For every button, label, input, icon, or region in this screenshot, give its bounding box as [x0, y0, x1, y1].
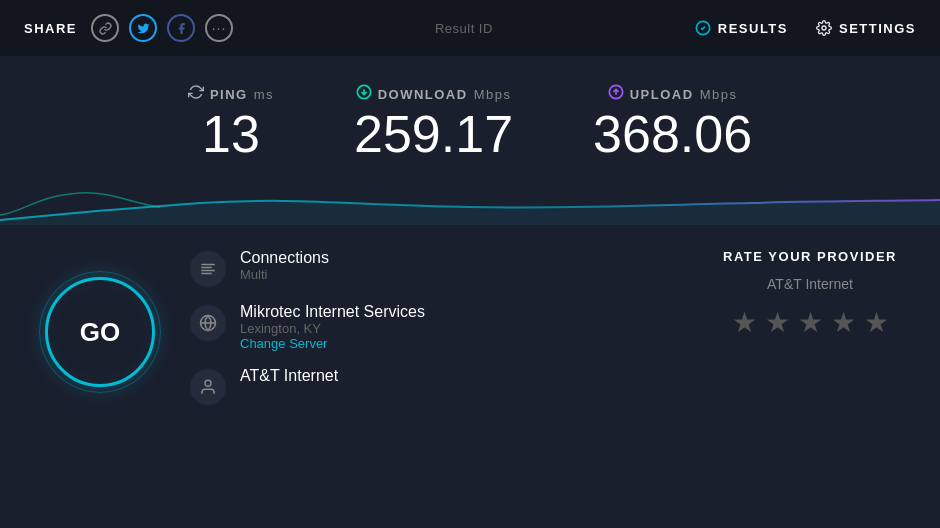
go-button[interactable]: GO	[45, 277, 155, 387]
connections-row: Connections Multi	[190, 249, 680, 287]
main-content: GO Connections Multi	[0, 225, 940, 429]
twitter-share-button[interactable]	[129, 14, 157, 42]
upload-icon	[608, 84, 624, 104]
svg-point-12	[205, 380, 211, 386]
change-server-button[interactable]: Change Server	[240, 336, 425, 351]
star-rating[interactable]: ★ ★ ★ ★ ★	[720, 306, 900, 339]
results-button[interactable]: RESULTS	[695, 20, 788, 36]
star-1[interactable]: ★	[732, 306, 757, 339]
link-share-button[interactable]	[91, 14, 119, 42]
star-3[interactable]: ★	[798, 306, 823, 339]
star-5[interactable]: ★	[864, 306, 889, 339]
provider-row: AT&T Internet	[190, 367, 680, 405]
download-value: 259.17	[354, 108, 513, 160]
ping-icon	[188, 84, 204, 104]
connections-icon	[190, 251, 226, 287]
server-row: Mikrotec Internet Services Lexington, KY…	[190, 303, 680, 351]
share-icons: ···	[91, 14, 233, 42]
svg-point-1	[822, 26, 826, 30]
stats-area: PING ms 13 DOWNLOAD Mbps 259.17 UPLOAD M…	[0, 56, 940, 170]
settings-button[interactable]: SETTINGS	[816, 20, 916, 36]
upload-value: 368.06	[593, 108, 752, 160]
result-id: Result ID	[435, 21, 493, 36]
header-right: RESULTS SETTINGS	[695, 20, 916, 36]
provider-text: AT&T Internet	[240, 367, 338, 385]
server-icon	[190, 305, 226, 341]
download-stat: DOWNLOAD Mbps 259.17	[354, 84, 513, 160]
results-label: RESULTS	[718, 21, 788, 36]
rate-section: RATE YOUR PROVIDER AT&T Internet ★ ★ ★ ★…	[680, 249, 900, 405]
provider-name: AT&T Internet	[240, 367, 338, 385]
connections-label: Connections	[240, 249, 329, 267]
go-button-wrapper: GO	[30, 259, 170, 405]
header-left: SHARE ···	[24, 14, 233, 42]
ping-label: PING ms	[188, 84, 274, 104]
server-text: Mikrotec Internet Services Lexington, KY…	[240, 303, 425, 351]
more-share-button[interactable]: ···	[205, 14, 233, 42]
ping-value: 13	[188, 108, 274, 160]
info-column: Connections Multi Mikrotec Internet Serv…	[170, 249, 680, 405]
rate-title: RATE YOUR PROVIDER	[720, 249, 900, 264]
settings-label: SETTINGS	[839, 21, 916, 36]
wave-chart	[0, 165, 940, 225]
facebook-share-button[interactable]	[167, 14, 195, 42]
provider-icon	[190, 369, 226, 405]
upload-label: UPLOAD Mbps	[593, 84, 752, 104]
connections-subtitle: Multi	[240, 267, 329, 282]
star-4[interactable]: ★	[831, 306, 856, 339]
connections-text: Connections Multi	[240, 249, 329, 282]
download-icon	[356, 84, 372, 104]
star-2[interactable]: ★	[765, 306, 790, 339]
server-location: Lexington, KY	[240, 321, 425, 336]
ping-stat: PING ms 13	[188, 84, 274, 160]
header: SHARE ··· Result ID	[0, 0, 940, 56]
share-label: SHARE	[24, 21, 77, 36]
server-name: Mikrotec Internet Services	[240, 303, 425, 321]
rate-provider-name: AT&T Internet	[720, 276, 900, 292]
download-label: DOWNLOAD Mbps	[354, 84, 513, 104]
upload-stat: UPLOAD Mbps 368.06	[593, 84, 752, 160]
